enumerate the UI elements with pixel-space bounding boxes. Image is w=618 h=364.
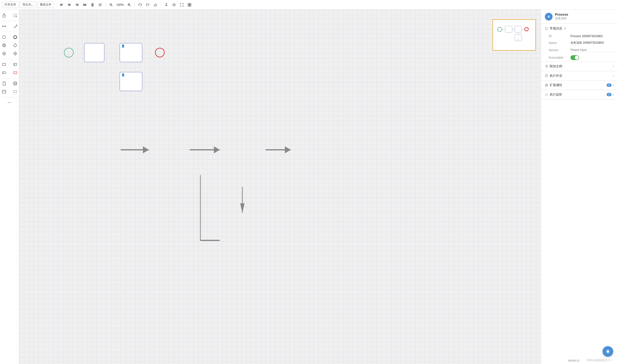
start-event[interactable] xyxy=(64,48,74,57)
svg-rect-28 xyxy=(188,3,189,5)
upload-button[interactable] xyxy=(163,1,170,8)
extension-title: 扩展属性 xyxy=(545,83,562,87)
zoom-in-button[interactable] xyxy=(126,1,133,8)
dashed-rect-button[interactable] xyxy=(10,88,20,95)
mini-map xyxy=(493,19,536,51)
diamond-x-button[interactable] xyxy=(10,50,20,57)
sidebar-divider-3 xyxy=(2,59,17,59)
align-right-button[interactable] xyxy=(74,1,81,8)
svg-line-33 xyxy=(15,15,17,17)
more-button[interactable] xyxy=(4,99,15,106)
shape-row-5: A mock xyxy=(0,69,19,77)
bpmn-watermark[interactable]: BPMN.iO xyxy=(568,359,579,362)
svg-point-56 xyxy=(13,84,17,85)
grid-button[interactable] xyxy=(186,1,193,8)
diamond-button[interactable] xyxy=(10,41,20,49)
svg-point-60 xyxy=(8,102,9,103)
align-left-button[interactable] xyxy=(58,1,65,8)
canvas-area[interactable]: 👤 👤 xyxy=(19,10,541,364)
open-file-button[interactable]: 打开文件 xyxy=(2,1,19,8)
hand-tool-button[interactable] xyxy=(0,12,9,19)
svg-point-78 xyxy=(546,27,547,28)
distribute-v-button[interactable] xyxy=(89,1,96,8)
monitor-header[interactable]: 执行监听 0 › xyxy=(541,90,618,99)
svg-line-27 xyxy=(174,5,175,5)
id-field: ID: Process 1658973010803 xyxy=(541,33,618,39)
svg-point-61 xyxy=(9,102,10,103)
zoom-out-button[interactable] xyxy=(108,1,114,8)
undo-button[interactable] xyxy=(137,1,143,8)
align-center-button[interactable] xyxy=(66,1,73,8)
svg-rect-10 xyxy=(84,4,85,6)
extension-header[interactable]: 扩展属性 0 › xyxy=(541,80,618,90)
attachment-title: 附加文档 xyxy=(545,64,562,68)
extension-badge: 0 xyxy=(607,83,611,87)
eraser-button[interactable] xyxy=(152,1,159,8)
svg-rect-1 xyxy=(60,5,63,5)
shape-row-2 xyxy=(0,41,19,49)
auto-layout-button[interactable] xyxy=(97,1,104,8)
cylinder-button[interactable] xyxy=(10,80,20,87)
right-panel: Process 业务流程 常规信息 ∨ ID: Process 16589730… xyxy=(541,10,618,364)
svg-rect-9 xyxy=(83,4,84,6)
rect-button[interactable] xyxy=(0,61,9,68)
attachment-header[interactable]: 附加文档 › xyxy=(541,62,618,71)
page-button[interactable] xyxy=(0,80,9,87)
sidebar-divider-1 xyxy=(2,21,17,21)
toggle-knob xyxy=(575,56,579,60)
svg-point-83 xyxy=(546,85,547,86)
svg-line-16 xyxy=(111,5,112,6)
settings-fab[interactable] xyxy=(603,346,613,357)
main-area: A mock xyxy=(0,10,618,364)
task-2[interactable]: 👤 xyxy=(120,43,142,62)
svg-rect-12 xyxy=(92,3,93,4)
fullscreen-button[interactable] xyxy=(178,1,185,8)
svg-point-36 xyxy=(13,36,17,39)
sidebar-divider-4 xyxy=(2,78,17,78)
task-1[interactable] xyxy=(84,43,105,62)
monitor-title: 执行监听 xyxy=(545,92,562,97)
ring-button[interactable] xyxy=(0,41,9,49)
svg-marker-22 xyxy=(154,4,157,6)
svg-line-63 xyxy=(502,29,505,29)
general-info-header[interactable]: 常规信息 ∨ xyxy=(541,24,618,33)
export-button[interactable]: 导出为... xyxy=(20,1,36,8)
extension-right: 0 › xyxy=(607,83,614,87)
svg-point-37 xyxy=(2,44,6,47)
diamond-plus-button[interactable] xyxy=(0,50,9,57)
toolbar-divider-1 xyxy=(56,2,56,7)
attachment-section: 附加文档 › xyxy=(541,62,618,71)
executable-toggle[interactable] xyxy=(570,55,579,60)
download-button[interactable] xyxy=(171,1,177,8)
distribute-h-button[interactable] xyxy=(81,1,88,8)
expand-tool-button[interactable] xyxy=(0,22,9,30)
pencil-tool-button[interactable] xyxy=(10,22,20,30)
general-info-section: 常规信息 ∨ ID: Process 1658973010803 Name: 业… xyxy=(541,24,618,62)
preview-button[interactable]: 预览文件 xyxy=(37,1,54,8)
end-event[interactable] xyxy=(155,48,165,57)
pool-button[interactable] xyxy=(0,88,9,95)
task-header[interactable]: 执行作业 › xyxy=(541,71,618,80)
lasso-tool-button[interactable] xyxy=(10,12,20,19)
mini-map-content xyxy=(493,20,536,50)
zoom-level: 100% xyxy=(115,3,125,7)
svg-rect-5 xyxy=(68,5,70,6)
redo-button[interactable] xyxy=(144,1,151,8)
general-info-title: 常规信息 ∨ xyxy=(545,26,566,31)
rect-user-button[interactable] xyxy=(10,61,20,68)
svg-text:A: A xyxy=(3,72,4,74)
extension-chevron: › xyxy=(613,83,614,87)
version-input[interactable] xyxy=(570,48,614,52)
panel-subtitle: 业务流程 xyxy=(555,16,568,21)
mock-button[interactable]: mock xyxy=(10,69,20,77)
attachment-icon xyxy=(545,65,548,68)
monitor-section: 执行监听 0 › xyxy=(541,90,618,99)
shape-row-6 xyxy=(0,80,19,87)
svg-point-38 xyxy=(3,44,5,46)
circle-thick-button[interactable] xyxy=(10,33,20,41)
svg-rect-47 xyxy=(13,64,17,65)
circle-outline-button[interactable] xyxy=(0,33,9,41)
label-button[interactable]: A xyxy=(0,69,9,77)
svg-rect-23 xyxy=(165,5,168,6)
task-3[interactable]: 👤 xyxy=(120,72,142,91)
